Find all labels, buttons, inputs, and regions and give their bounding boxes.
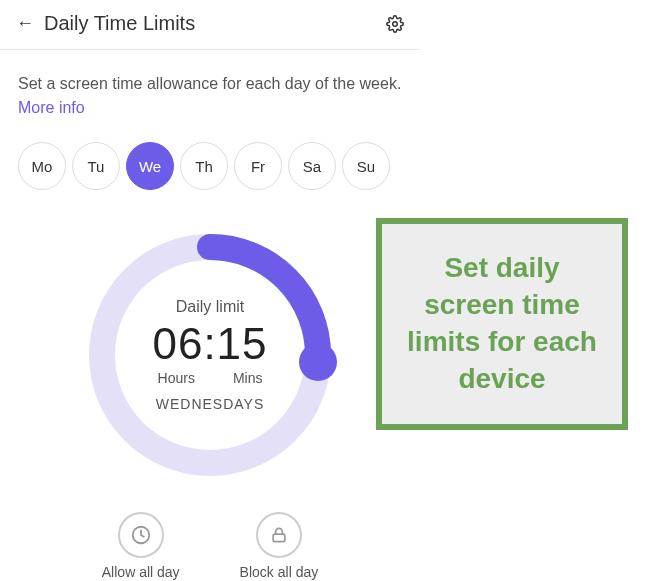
annotation-callout: Set daily screen time limits for each de… [376, 218, 628, 430]
lock-icon [256, 512, 302, 558]
time-limit-gauge[interactable]: Daily limit 06:15 Hours Mins WEDNESDAYS [75, 220, 345, 490]
svg-rect-2 [273, 534, 285, 542]
day-tab-tu[interactable]: Tu [72, 142, 120, 190]
gauge-drag-handle[interactable] [299, 343, 337, 381]
main-content: Set a screen time allowance for each day… [0, 50, 420, 580]
description-text: Set a screen time allowance for each day… [18, 75, 401, 92]
day-tab-fr[interactable]: Fr [234, 142, 282, 190]
block-label: Block all day [240, 564, 319, 580]
callout-text: Set daily screen time limits for each de… [402, 250, 602, 398]
day-tab-mo[interactable]: Mo [18, 142, 66, 190]
day-tab-we[interactable]: We [126, 142, 174, 190]
bottom-actions: Allow all day Block all day [18, 512, 402, 580]
allow-label: Allow all day [102, 564, 180, 580]
header: ← Daily Time Limits [0, 0, 420, 50]
back-arrow-icon[interactable]: ← [16, 13, 34, 34]
day-tab-th[interactable]: Th [180, 142, 228, 190]
settings-gear-icon[interactable] [386, 15, 404, 33]
block-all-day-button[interactable]: Block all day [240, 512, 319, 580]
day-tab-sa[interactable]: Sa [288, 142, 336, 190]
day-tab-su[interactable]: Su [342, 142, 390, 190]
description: Set a screen time allowance for each day… [18, 72, 402, 120]
day-tabs: MoTuWeThFrSaSu [18, 142, 402, 190]
allow-all-day-button[interactable]: Allow all day [102, 512, 180, 580]
more-info-link[interactable]: More info [18, 99, 85, 116]
svg-point-0 [393, 21, 398, 26]
clock-icon [118, 512, 164, 558]
page-title: Daily Time Limits [44, 12, 386, 35]
